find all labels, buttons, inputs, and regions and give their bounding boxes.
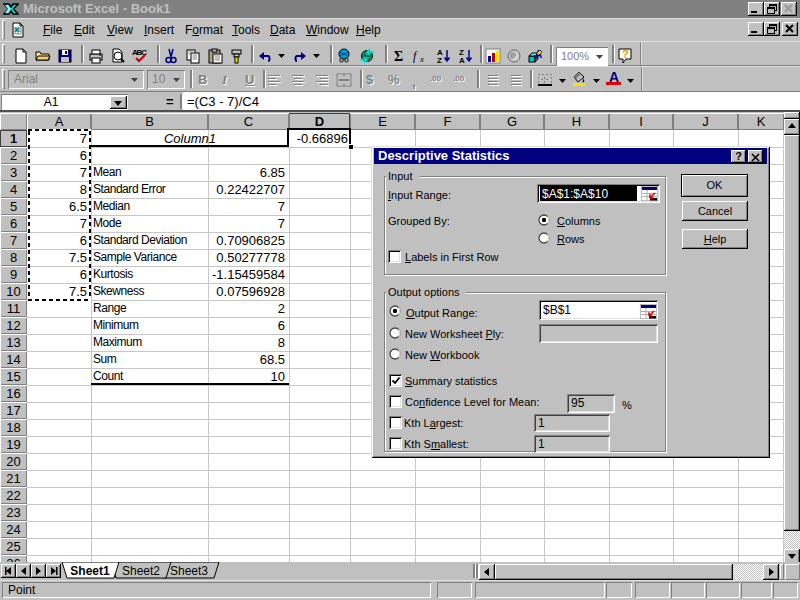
svg-text:Sheet2: Sheet2 <box>122 564 160 578</box>
svg-text:f: f <box>413 49 418 63</box>
svg-text:A: A <box>459 56 465 64</box>
svg-text:Σ: Σ <box>394 49 403 64</box>
svg-text:?: ? <box>622 48 629 60</box>
svg-text:x: x <box>419 54 424 64</box>
svg-text:Sheet1: Sheet1 <box>70 564 110 578</box>
svg-text:Z: Z <box>437 56 442 64</box>
svg-text:Sheet3: Sheet3 <box>170 564 208 578</box>
